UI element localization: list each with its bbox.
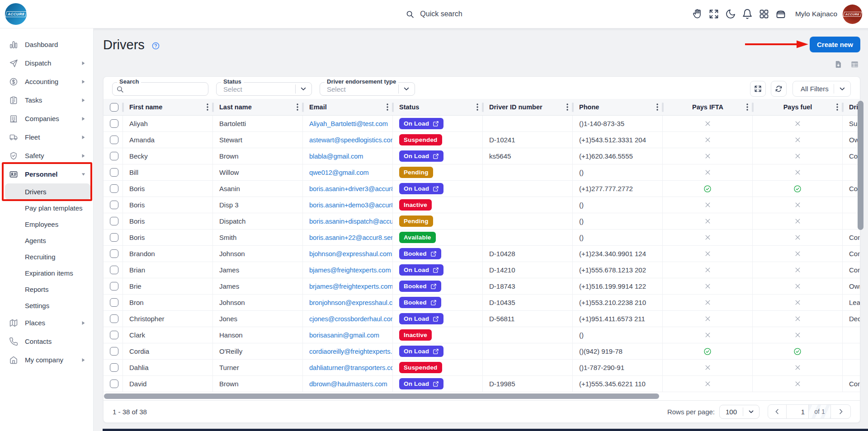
cell-last_name: Stewart bbox=[213, 132, 303, 148]
column-header-first_name[interactable]: First name bbox=[123, 99, 213, 115]
row-checkbox[interactable] bbox=[110, 152, 118, 160]
cell-status: Booked bbox=[393, 278, 483, 294]
sidebar-subitem-pay-plan-templates[interactable]: Pay plan templates bbox=[5, 200, 90, 216]
rows-per-page-select[interactable]: 100 bbox=[719, 405, 760, 419]
sidebar-item-dispatch[interactable]: Dispatch bbox=[0, 54, 93, 72]
sidebar-item-safety[interactable]: Safety bbox=[0, 146, 93, 165]
create-new-button[interactable]: Create new bbox=[810, 37, 860, 52]
apps-icon[interactable] bbox=[759, 9, 769, 19]
quick-search[interactable]: Quick search bbox=[406, 10, 462, 19]
row-checkbox[interactable] bbox=[110, 314, 118, 323]
refresh-button[interactable] bbox=[771, 81, 787, 97]
email-link[interactable]: boris.asanin+driver3@accur8.services bbox=[309, 185, 392, 192]
status-badge[interactable]: On Load bbox=[399, 346, 443, 357]
expand-table-button[interactable] bbox=[750, 81, 766, 97]
column-header-driver_id[interactable]: Driver ID number bbox=[483, 99, 573, 115]
sidebar-item-my-company[interactable]: My company bbox=[0, 351, 93, 369]
email-link[interactable]: dahliaturner@transporters.com bbox=[309, 364, 392, 371]
status-badge[interactable]: On Load bbox=[399, 313, 443, 324]
column-header-email[interactable]: Email bbox=[303, 99, 393, 115]
row-checkbox[interactable] bbox=[110, 119, 118, 128]
row-checkbox[interactable] bbox=[110, 379, 118, 388]
email-link[interactable]: cjones@crossborderhaul.com bbox=[309, 315, 392, 323]
email-link[interactable]: Aliyah_Bartoletti@test.com bbox=[309, 120, 388, 127]
status-badge[interactable]: On Load bbox=[399, 118, 443, 129]
row-checkbox[interactable] bbox=[110, 233, 118, 242]
email-link[interactable]: boris.asanin+dispatch@accur8.services bbox=[309, 218, 392, 225]
sidebar-subitem-agents[interactable]: Agents bbox=[5, 232, 90, 248]
column-header-phone[interactable]: Phone bbox=[573, 99, 663, 115]
row-checkbox[interactable] bbox=[110, 168, 118, 177]
status-select[interactable]: Status Select bbox=[216, 82, 312, 96]
row-checkbox[interactable] bbox=[110, 282, 118, 290]
sidebar-subitem-reports[interactable]: Reports bbox=[5, 281, 90, 297]
sidebar-item-places[interactable]: Places bbox=[0, 314, 93, 332]
row-checkbox[interactable] bbox=[110, 136, 118, 144]
sidebar-item-fleet[interactable]: Fleet bbox=[0, 128, 93, 146]
all-filters-button[interactable]: All Filters bbox=[793, 81, 851, 97]
column-header-status[interactable]: Status bbox=[393, 99, 483, 115]
user-avatar[interactable]: ACCUR8 bbox=[843, 5, 862, 24]
column-header-pays_ifta[interactable]: Pays IFTA bbox=[663, 99, 753, 115]
sidebar-subitem-drivers[interactable]: Drivers bbox=[5, 183, 90, 200]
help-icon[interactable] bbox=[152, 42, 160, 50]
page-number-input[interactable]: 1 bbox=[786, 405, 809, 418]
export-icon[interactable] bbox=[834, 60, 843, 69]
email-link[interactable]: blabla@gmail.com bbox=[309, 153, 363, 160]
email-link[interactable]: brjames@freightexperts.com bbox=[309, 283, 392, 290]
sidebar-item-companies[interactable]: Companies bbox=[0, 109, 93, 128]
row-checkbox[interactable] bbox=[110, 266, 118, 274]
email-link[interactable]: qwe012@gmail.com bbox=[309, 169, 369, 176]
status-badge[interactable]: On Load bbox=[399, 183, 443, 194]
row-checkbox[interactable] bbox=[110, 184, 118, 193]
table-row: BorisDispatchboris.asanin+dispatch@accur… bbox=[104, 213, 860, 230]
email-link[interactable]: bronjohnson@expresshaul.com bbox=[309, 299, 392, 306]
select-all-checkbox[interactable] bbox=[110, 103, 118, 112]
row-checkbox[interactable] bbox=[110, 217, 118, 225]
email-link[interactable]: astewart@speedlogistics.com bbox=[309, 136, 392, 144]
email-link[interactable]: borisasanin@gmail.com bbox=[309, 332, 379, 339]
status-badge[interactable]: On Load bbox=[399, 264, 443, 276]
sidebar-item-tasks[interactable]: Tasks bbox=[0, 91, 93, 109]
status-badge[interactable]: Booked bbox=[399, 281, 441, 292]
email-link[interactable]: bjames@freightexperts.com bbox=[309, 267, 391, 274]
next-page-button[interactable] bbox=[831, 405, 850, 418]
sidebar-item-dashboard[interactable]: Dashboard bbox=[0, 35, 93, 54]
sidebar-subitem-employees[interactable]: Employees bbox=[5, 216, 90, 232]
table-view-icon[interactable] bbox=[850, 60, 859, 69]
email-link[interactable]: cordiaoreilly@freightexperts.com bbox=[309, 348, 392, 355]
email-link[interactable]: dbrown@haulmasters.com bbox=[309, 380, 387, 388]
notifications-icon[interactable] bbox=[742, 9, 753, 19]
email-link[interactable]: boris.asanin+22@accur8.services bbox=[309, 234, 392, 241]
endorsement-select[interactable]: Driver endorsement type Select bbox=[320, 82, 415, 96]
row-checkbox[interactable] bbox=[110, 249, 118, 258]
previous-page-button[interactable] bbox=[768, 405, 786, 418]
sidebar-subitem-settings[interactable]: Settings bbox=[5, 297, 90, 314]
row-checkbox[interactable] bbox=[110, 201, 118, 209]
dark-mode-icon[interactable] bbox=[725, 9, 736, 19]
status-badge[interactable]: On Load bbox=[399, 378, 443, 389]
search-field[interactable]: Search bbox=[112, 82, 208, 96]
app-logo[interactable]: ACCUR8 bbox=[5, 3, 27, 25]
horizontal-scrollbar[interactable] bbox=[104, 394, 659, 399]
hand-icon[interactable] bbox=[692, 9, 703, 19]
row-checkbox[interactable] bbox=[110, 331, 118, 339]
status-badge[interactable]: Booked bbox=[399, 297, 441, 308]
sidebar-item-personnel[interactable]: Personnel bbox=[0, 165, 93, 183]
fullscreen-icon[interactable] bbox=[708, 9, 719, 19]
sidebar-item-contacts[interactable]: Contacts bbox=[0, 332, 93, 351]
row-checkbox[interactable] bbox=[110, 298, 118, 307]
sidebar-subitem-expiration-items[interactable]: Expiration items bbox=[5, 265, 90, 281]
status-badge[interactable]: On Load bbox=[399, 150, 443, 162]
column-header-pays_fuel[interactable]: Pays fuel bbox=[753, 99, 843, 115]
row-checkbox[interactable] bbox=[110, 363, 118, 372]
sidebar-item-accounting[interactable]: Accounting bbox=[0, 72, 93, 91]
status-badge[interactable]: Booked bbox=[399, 248, 441, 259]
vertical-scrollbar[interactable] bbox=[858, 101, 863, 230]
row-checkbox[interactable] bbox=[110, 347, 118, 356]
sidebar-subitem-recruiting[interactable]: Recruiting bbox=[5, 248, 90, 265]
email-link[interactable]: boris.asanin+demo3@accur8.services bbox=[309, 201, 392, 209]
column-header-last_name[interactable]: Last name bbox=[213, 99, 303, 115]
briefcase-icon[interactable] bbox=[775, 9, 786, 19]
email-link[interactable]: bjohnson@expresshaul.com bbox=[309, 250, 392, 258]
